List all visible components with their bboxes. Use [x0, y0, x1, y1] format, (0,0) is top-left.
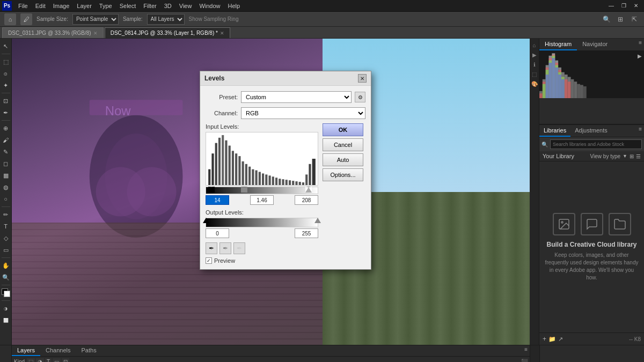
- tab-0-close[interactable]: ✕: [93, 31, 98, 36]
- tab-1[interactable]: DSC_0814.JPG @ 33.3% (Layer 1, RGB/8) * …: [105, 27, 230, 38]
- share-icon[interactable]: ↗: [558, 336, 563, 343]
- sample-value-select[interactable]: All Layers: [147, 14, 185, 25]
- output-white-value[interactable]: 255: [295, 228, 318, 238]
- sample-size-select[interactable]: Point Sample: [72, 14, 119, 25]
- magic-wand-tool[interactable]: ✦: [1, 80, 11, 91]
- color-panel-icon[interactable]: 🎨: [530, 79, 539, 88]
- info-panel-icon[interactable]: ℹ: [530, 60, 539, 69]
- input-white-value[interactable]: 208: [295, 195, 318, 205]
- folder-icon[interactable]: 📁: [548, 336, 556, 343]
- input-slider[interactable]: [206, 187, 318, 194]
- adjustments-tab[interactable]: Adjustments: [570, 125, 612, 137]
- menu-3d[interactable]: 3D: [161, 2, 175, 10]
- options-button[interactable]: Options...: [323, 168, 363, 181]
- levels-close-button[interactable]: ✕: [358, 74, 367, 83]
- path-tool[interactable]: ◇: [1, 233, 11, 243]
- shape-filter-icon[interactable]: ▭: [53, 358, 61, 362]
- auto-button[interactable]: Auto: [323, 153, 363, 166]
- white-point-handle[interactable]: [305, 187, 312, 193]
- ok-button[interactable]: OK: [323, 123, 363, 136]
- layers-panel-icon[interactable]: ⬚: [530, 70, 539, 78]
- adjust-filter-icon[interactable]: ◑: [36, 358, 44, 362]
- output-black-value[interactable]: 0: [206, 228, 229, 238]
- marquee-tool[interactable]: ⬚: [1, 56, 11, 67]
- libraries-search-input[interactable]: [550, 139, 642, 149]
- midpoint-handle[interactable]: [241, 187, 247, 193]
- filter-toggle-icon[interactable]: ⬛: [521, 359, 528, 362]
- preview-checkbox[interactable]: ✓: [206, 257, 212, 264]
- search-icon[interactable]: 🔍: [601, 14, 612, 25]
- channels-tab[interactable]: Channels: [40, 345, 76, 356]
- menu-select[interactable]: Select: [116, 2, 140, 10]
- menu-edit[interactable]: Edit: [32, 2, 49, 10]
- levels-gear-button[interactable]: ⚙: [355, 92, 365, 102]
- preset-select[interactable]: Custom: [241, 91, 352, 103]
- white-eyedropper-button[interactable]: ✒: [233, 242, 245, 254]
- menu-help[interactable]: Help: [225, 2, 244, 10]
- tab-0[interactable]: DSC_0311.JPG @ 33.3% (RGB/8) ✕: [2, 27, 104, 38]
- background-color[interactable]: [4, 291, 10, 297]
- lasso-tool[interactable]: ⌾: [1, 68, 11, 79]
- chevron-down-icon[interactable]: ▼: [623, 153, 627, 159]
- black-point-handle[interactable]: [208, 187, 215, 193]
- output-black-handle[interactable]: [203, 218, 209, 223]
- eraser-tool[interactable]: ◻: [1, 158, 11, 169]
- channel-select[interactable]: RGB: [241, 107, 365, 119]
- screen-mode-btn[interactable]: ⬜: [1, 315, 11, 326]
- levels-titlebar[interactable]: Levels ✕: [200, 71, 371, 86]
- play-panel-icon[interactable]: ▶: [530, 50, 539, 59]
- libraries-tab[interactable]: Libraries: [539, 125, 570, 137]
- panel-menu-button[interactable]: ≡: [636, 39, 644, 50]
- input-black-value[interactable]: 14: [206, 195, 229, 205]
- black-eyedropper-button[interactable]: ✒: [206, 242, 217, 254]
- text-tool[interactable]: T: [1, 221, 11, 232]
- maximize-button[interactable]: ❐: [618, 1, 630, 11]
- cancel-button[interactable]: Cancel: [323, 138, 363, 151]
- eyedropper-tool[interactable]: ✒: [1, 107, 11, 118]
- quick-mask-btn[interactable]: ◑: [1, 303, 11, 314]
- gray-eyedropper-button[interactable]: ✒: [219, 242, 231, 254]
- menu-layer[interactable]: Layer: [74, 2, 95, 10]
- expand-icon[interactable]: ⇱: [629, 14, 640, 25]
- close-button[interactable]: ✕: [630, 1, 642, 11]
- stamp-tool[interactable]: ✎: [1, 146, 11, 157]
- home-panel-icon[interactable]: ⌂: [530, 41, 539, 49]
- shape-tool[interactable]: ▭: [1, 245, 11, 255]
- paths-tab[interactable]: Paths: [76, 345, 102, 356]
- home-button[interactable]: ⌂: [4, 13, 16, 25]
- grid-view-icon[interactable]: ⊞: [630, 153, 634, 159]
- tab-1-close[interactable]: ✕: [220, 31, 224, 36]
- menu-type[interactable]: Type: [96, 2, 115, 10]
- layers-tab[interactable]: Layers: [12, 345, 40, 356]
- dodge-tool[interactable]: ○: [1, 194, 11, 204]
- input-mid-value[interactable]: 1.46: [250, 195, 274, 205]
- navigator-tab[interactable]: Navigator: [577, 39, 613, 50]
- menu-view[interactable]: View: [176, 2, 195, 10]
- smart-filter-icon[interactable]: ⊡: [62, 358, 69, 362]
- menu-filter[interactable]: Filter: [140, 2, 159, 10]
- list-view-icon[interactable]: ☰: [636, 153, 641, 159]
- menu-image[interactable]: Image: [50, 2, 73, 10]
- histogram-expand-icon[interactable]: ▶: [638, 53, 642, 59]
- layers-menu-button[interactable]: ≡: [522, 345, 530, 356]
- blur-tool[interactable]: ◍: [1, 182, 11, 193]
- libraries-menu-button[interactable]: ≡: [636, 125, 644, 137]
- menu-file[interactable]: File: [15, 2, 31, 10]
- menu-window[interactable]: Window: [196, 2, 223, 10]
- minimize-button[interactable]: —: [605, 1, 617, 11]
- gradient-tool[interactable]: ▦: [1, 170, 11, 181]
- crop-tool[interactable]: ⊡: [1, 95, 11, 106]
- colors-widget[interactable]: [1, 287, 11, 298]
- output-white-handle[interactable]: [314, 218, 321, 223]
- type-filter-icon[interactable]: T: [45, 358, 52, 362]
- add-library-button[interactable]: +: [543, 335, 546, 343]
- hand-tool[interactable]: ✋: [1, 260, 11, 271]
- healing-tool[interactable]: ⊕: [1, 123, 11, 134]
- brush-tool[interactable]: 🖌: [1, 135, 11, 145]
- move-tool[interactable]: ↖: [1, 41, 11, 51]
- pixel-filter-icon[interactable]: ⬚: [27, 358, 35, 362]
- zoom-tool[interactable]: 🔍: [1, 272, 11, 283]
- layout-icon[interactable]: ⊞: [615, 14, 626, 25]
- histogram-tab[interactable]: Histogram: [539, 39, 577, 50]
- pen-tool[interactable]: ✏: [1, 209, 11, 220]
